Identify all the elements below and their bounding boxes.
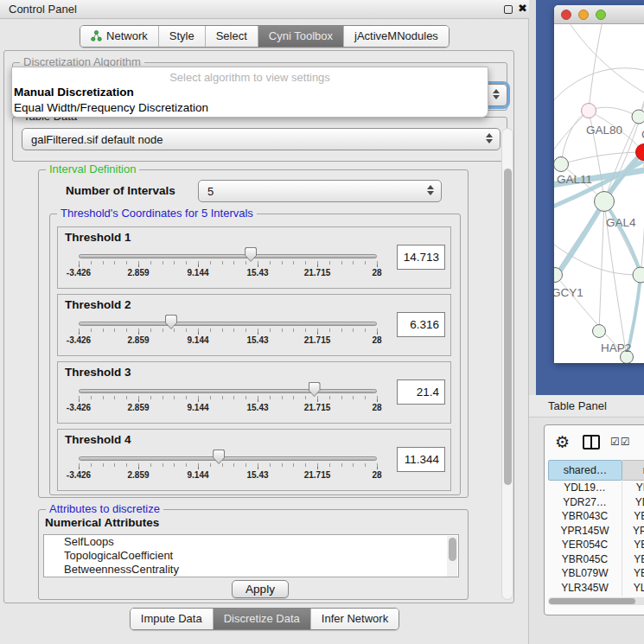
list-item[interactable]: BetweennessCentrality: [44, 563, 458, 577]
cell[interactable]: YDR27…: [548, 495, 622, 510]
zoom-window-icon[interactable]: [596, 10, 606, 20]
table-row[interactable]: YDL19…YDL19…: [548, 481, 644, 495]
cell[interactable]: YDL19…: [622, 481, 644, 495]
node-label: GAL80: [586, 124, 622, 137]
table-row[interactable]: YBR045CYBR045C: [548, 552, 644, 567]
cell[interactable]: YBR045C: [548, 552, 622, 567]
combo-stepper-icon: [427, 185, 434, 195]
node-gal4[interactable]: [595, 192, 615, 212]
tab-cyni-toolbox[interactable]: Cyni Toolbox: [258, 26, 343, 47]
slider-track[interactable]: [79, 389, 377, 393]
cell[interactable]: YLR345W: [548, 581, 622, 596]
cell[interactable]: YBR043C: [622, 509, 644, 524]
apply-button[interactable]: Apply: [232, 580, 289, 598]
threshold-value-field[interactable]: 11.344: [397, 447, 445, 472]
slider-track[interactable]: [79, 254, 377, 258]
cell[interactable]: YER054C: [548, 538, 622, 552]
network-view-window[interactable]: GAL80 GA C GAL11 GAL4 GCY1 H HAP2: [554, 5, 644, 363]
tick-label: 2.859: [127, 470, 149, 480]
tab-label: Select: [216, 29, 247, 42]
table-row[interactable]: YLR345WYLR345W: [548, 581, 644, 596]
tick-label: 15.43: [246, 335, 268, 345]
cell[interactable]: YBR043C: [548, 509, 622, 524]
dropdown-option-equal-width[interactable]: Equal Width/Frequency Discretization: [14, 101, 208, 114]
list-scrollbar[interactable]: [447, 536, 457, 577]
tab-label: Network: [106, 29, 148, 42]
slider-thumb[interactable]: [245, 247, 257, 262]
number-of-intervals-combobox[interactable]: 5: [198, 180, 442, 202]
tick-label: 9.144: [187, 403, 208, 412]
list-item[interactable]: SelfLoops: [44, 535, 458, 549]
cell[interactable]: YLR345W: [622, 581, 644, 596]
select-columns-icon[interactable]: ☑☑: [610, 436, 631, 448]
node-gal80[interactable]: [582, 104, 596, 118]
panel-scrollbar[interactable]: [501, 128, 513, 600]
dropdown-placeholder-item[interactable]: Select algorithm to view settings: [12, 71, 488, 84]
slider-thumb[interactable]: [213, 450, 225, 464]
slider-track[interactable]: [79, 322, 377, 326]
scrollbar-thumb[interactable]: [549, 598, 635, 604]
tick-label: -3.426: [67, 470, 91, 480]
node-gal11[interactable]: [554, 157, 569, 172]
close-icon[interactable]: ✖: [518, 2, 527, 15]
table-row[interactable]: YER054CYER054C: [548, 538, 644, 552]
cell[interactable]: YBR045C: [622, 552, 644, 567]
cell[interactable]: YDR27…: [622, 495, 644, 510]
gear-icon[interactable]: ⚙: [555, 432, 570, 452]
tab-network[interactable]: Network: [80, 26, 158, 47]
float-window-icon[interactable]: [504, 5, 513, 14]
cell[interactable]: YIL053C: [548, 595, 622, 596]
node[interactable]: [633, 267, 644, 283]
minimize-window-icon[interactable]: [579, 10, 589, 20]
scrollbar-thumb[interactable]: [504, 169, 512, 485]
cell[interactable]: YBL079W: [622, 566, 644, 581]
table-horizontal-scrollbar[interactable]: [548, 597, 644, 605]
table-row[interactable]: YBL079WYBL079W: [548, 566, 644, 581]
cell[interactable]: YBL079W: [548, 566, 622, 581]
tab-label: jActiveMNodules: [354, 29, 438, 42]
node-hap2[interactable]: [593, 325, 606, 338]
slider-thumb[interactable]: [165, 315, 177, 329]
tab-style[interactable]: Style: [158, 26, 205, 47]
network-window-titlebar[interactable]: [554, 5, 644, 24]
close-window-icon[interactable]: [562, 10, 571, 20]
combo-stepper-icon: [493, 89, 500, 99]
cell[interactable]: YPR145W: [622, 524, 644, 539]
cell[interactable]: YIL053C: [622, 595, 644, 596]
scrollbar-thumb[interactable]: [449, 538, 456, 561]
cell[interactable]: YDL19…: [548, 481, 622, 495]
slider-track[interactable]: [79, 456, 377, 461]
column-header-name[interactable]: name: [622, 460, 644, 481]
node[interactable]: [632, 110, 644, 124]
tab-discretize-data[interactable]: Discretize Data: [213, 609, 310, 629]
table-row[interactable]: YDR27…YDR27…: [548, 495, 644, 510]
column-header-shared-name[interactable]: shared…: [548, 460, 622, 481]
tab-select[interactable]: Select: [205, 26, 258, 47]
node-table-card: ⚙ ☑☑ shared… name YDL19…YDL19… YDR27…YDR…: [544, 424, 644, 615]
threshold-label: Threshold 2: [65, 298, 131, 311]
group-label: Interval Definition: [46, 163, 139, 175]
slider-thumb[interactable]: [309, 382, 321, 397]
number-of-intervals-label: Number of Intervals: [66, 184, 175, 197]
threshold-value-field[interactable]: 21.4: [397, 379, 445, 405]
tab-jactivemnodules[interactable]: jActiveMNodules: [343, 26, 449, 47]
split-view-icon[interactable]: [583, 435, 600, 450]
thresholds-coordinates-group: Threshold's Coordinates for 5 Intervals …: [49, 214, 461, 495]
network-canvas[interactable]: GAL80 GA C GAL11 GAL4 GCY1 H HAP2: [554, 24, 644, 363]
list-item[interactable]: TopologicalCoefficient: [44, 549, 458, 563]
table-row[interactable]: YPR145WYPR145W: [548, 524, 644, 539]
tab-infer-network[interactable]: Infer Network: [310, 609, 399, 629]
tab-impute-data[interactable]: Impute Data: [131, 609, 213, 629]
numerical-attributes-heading: Numerical Attributes: [45, 516, 159, 529]
threshold-value-field[interactable]: 14.713: [397, 245, 445, 270]
numerical-attributes-list[interactable]: SelfLoops TopologicalCoefficient Between…: [43, 534, 459, 577]
threshold-value-field[interactable]: 6.316: [397, 312, 445, 337]
cell[interactable]: YER054C: [622, 538, 644, 552]
table-data-combobox[interactable]: galFiltered.sif default node: [22, 128, 501, 150]
table-row[interactable]: YBR043CYBR043C: [548, 509, 644, 524]
table-panel: ⚙ ☑☑ shared… name YDL19…YDL19… YDR27…YDR…: [529, 418, 644, 644]
cell[interactable]: YPR145W: [548, 524, 622, 539]
table-row[interactable]: YIL053CYIL053C: [548, 595, 644, 596]
dropdown-option-manual[interactable]: Manual Discretization: [14, 86, 134, 99]
table-panel-header: Table Panel: [529, 395, 644, 418]
